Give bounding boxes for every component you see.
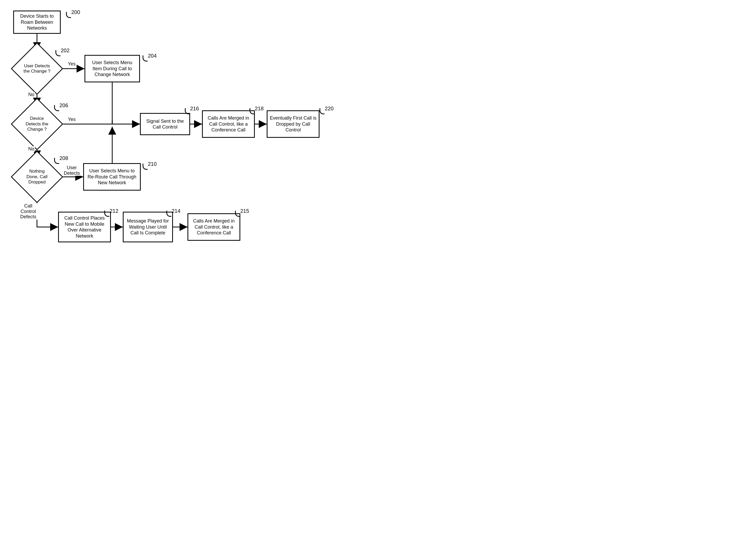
node-215-text: Calls Are Merged in Call Control, like a… [190,218,237,236]
label-user-detects: User Detects [62,165,82,176]
node-218: Calls Are Merged in Call Control, like a… [202,110,255,138]
ref-214: 214 [172,208,180,214]
node-210: User Selects Menu to Re-Route Call Throu… [83,163,141,191]
ref-206: 206 [59,102,68,109]
ref-200: 200 [71,9,80,15]
label-no-202: No [28,92,35,97]
flowchart-diagram: Device Starts to Roam Between Networks 2… [8,8,346,259]
node-212: Call Control Places New Call to Mobile O… [58,212,111,242]
node-214-text: Message Played for Waiting User Until Ca… [126,218,170,236]
ref-210: 210 [148,161,157,167]
node-220-text: Eventually First Call is Dropped by Call… [270,115,317,133]
node-220: Eventually First Call is Dropped by Call… [267,110,320,138]
node-204: User Selects Menu Item During Call to Ch… [84,55,140,82]
node-215: Calls Are Merged in Call Control, like a… [187,213,240,241]
node-200: Device Starts to Roam Between Networks [13,11,61,34]
node-210-text: User Selects Menu to Re-Route Call Throu… [86,168,138,186]
label-yes-202: Yes [67,61,76,67]
ref-218: 218 [255,106,264,112]
node-218-text: Calls Are Merged in Call Control, like a… [205,115,252,133]
ref-212: 212 [110,208,118,214]
label-call-control-defects: Call Control Defects [18,203,38,220]
node-200-text: Device Starts to Roam Between Networks [16,13,58,31]
ref-216: 216 [190,106,199,112]
node-206: Device Detects the Change ? [18,106,55,143]
label-no-206: No [28,146,35,152]
ref-208: 208 [59,155,68,161]
node-216: Signal Sent to the Call Control [140,113,190,135]
node-206-text: Device Detects the Change ? [18,106,55,143]
ref-202: 202 [61,48,69,54]
node-208: Nothing Done, Call Dropped [18,158,55,195]
node-204-text: User Selects Menu Item During Call to Ch… [87,60,137,78]
node-216-text: Signal Sent to the Call Control [143,118,187,130]
label-yes-206: Yes [67,117,76,122]
node-202: User Detects the Change ? [18,50,55,87]
node-214: Message Played for Waiting User Until Ca… [123,212,173,242]
ref-204: 204 [148,53,157,59]
node-212-text: Call Control Places New Call to Mobile O… [61,215,108,239]
ref-220: 220 [325,106,334,112]
node-202-text: User Detects the Change ? [18,50,55,87]
ref-215: 215 [240,208,249,214]
node-208-text: Nothing Done, Call Dropped [18,158,55,195]
